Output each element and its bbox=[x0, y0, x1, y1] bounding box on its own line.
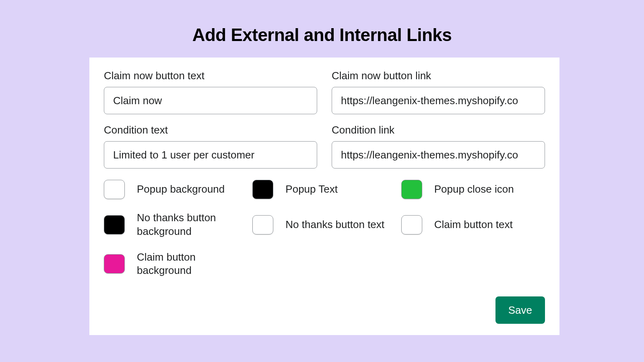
swatch-nothanks-text[interactable] bbox=[252, 215, 273, 234]
swatch-item-popup-close-icon: Popup close icon bbox=[401, 180, 545, 199]
label-condition-link: Condition link bbox=[332, 124, 545, 136]
swatch-label-claim-button-text: Claim button text bbox=[434, 218, 513, 232]
label-claim-now-link: Claim now button link bbox=[332, 70, 545, 82]
swatch-popup-text[interactable] bbox=[252, 180, 273, 199]
field-claim-now-link: Claim now button link bbox=[332, 70, 545, 114]
swatch-label-popup-close-icon: Popup close icon bbox=[434, 183, 514, 196]
swatch-label-popup-text: Popup Text bbox=[285, 183, 338, 196]
swatch-label-popup-background: Popup background bbox=[137, 183, 225, 196]
field-condition-text: Condition text bbox=[104, 124, 317, 169]
input-claim-now-link[interactable] bbox=[332, 87, 545, 114]
swatch-item-nothanks-bg: No thanks button background bbox=[104, 211, 248, 239]
swatch-item-popup-text: Popup Text bbox=[252, 180, 396, 199]
label-condition-text: Condition text bbox=[104, 124, 317, 136]
settings-card: Claim now button text Claim now button l… bbox=[89, 58, 559, 335]
actions-bar: Save bbox=[495, 296, 545, 324]
swatch-item-claim-button-bg: Claim button background bbox=[104, 251, 248, 278]
swatch-claim-button-bg[interactable] bbox=[104, 254, 125, 274]
swatch-item-popup-background: Popup background bbox=[104, 180, 248, 199]
input-claim-now-text[interactable] bbox=[104, 87, 317, 114]
swatch-item-nothanks-text: No thanks button text bbox=[252, 211, 396, 239]
field-claim-now-text: Claim now button text bbox=[104, 70, 317, 114]
color-swatch-grid: Popup background Popup Text Popup close … bbox=[104, 180, 545, 278]
swatch-popup-close-icon[interactable] bbox=[401, 180, 422, 199]
save-button[interactable]: Save bbox=[495, 296, 545, 324]
swatch-popup-background[interactable] bbox=[104, 180, 125, 199]
swatch-label-claim-button-bg: Claim button background bbox=[137, 251, 237, 278]
label-claim-now-text: Claim now button text bbox=[104, 70, 317, 82]
swatch-item-claim-button-text: Claim button text bbox=[401, 211, 545, 239]
input-condition-text[interactable] bbox=[104, 141, 317, 169]
page-title: Add External and Internal Links bbox=[0, 25, 644, 45]
swatch-label-nothanks-bg: No thanks button background bbox=[137, 211, 237, 239]
input-condition-link[interactable] bbox=[332, 141, 545, 169]
field-condition-link: Condition link bbox=[332, 124, 545, 169]
swatch-nothanks-bg[interactable] bbox=[104, 215, 125, 234]
swatch-claim-button-text[interactable] bbox=[401, 215, 422, 234]
swatch-label-nothanks-text: No thanks button text bbox=[285, 218, 384, 232]
